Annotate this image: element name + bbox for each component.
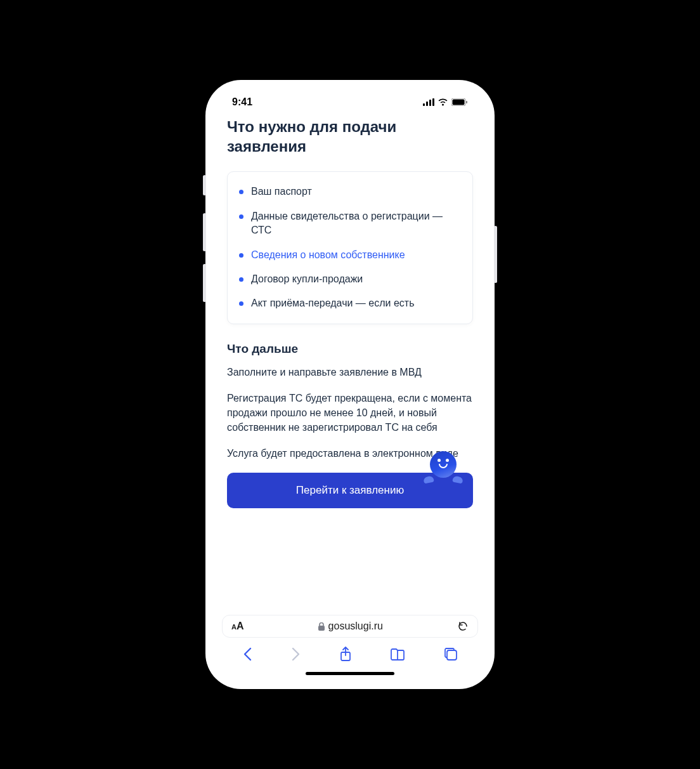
- svg-rect-2: [429, 100, 431, 106]
- requirement-item: Акт приёма-передачи — если есть: [239, 296, 461, 310]
- bullet-icon: [239, 253, 243, 258]
- requirement-item: Данные свидетельства о регистрации — СТС: [239, 209, 461, 238]
- svg-rect-3: [432, 98, 434, 106]
- lock-icon: [318, 622, 325, 631]
- browser-toolbar: [214, 643, 486, 668]
- requirement-item: Ваш паспорт: [239, 185, 461, 199]
- share-button[interactable]: [339, 647, 352, 662]
- requirement-text: Ваш паспорт: [251, 185, 312, 199]
- svg-rect-9: [447, 650, 457, 660]
- bullet-icon: [239, 301, 243, 306]
- back-button[interactable]: [242, 647, 252, 661]
- tabs-button[interactable]: [444, 647, 458, 661]
- requirement-link[interactable]: Сведения о новом собственнике: [251, 248, 405, 262]
- requirement-item: Договор купли-продажи: [239, 272, 461, 286]
- svg-rect-0: [423, 103, 425, 106]
- url-bar[interactable]: AA gosuslugi.ru: [222, 615, 478, 638]
- home-indicator[interactable]: [306, 672, 394, 675]
- phone-frame: 9:41 Что нужно для подачи заявления Ваш …: [205, 80, 495, 689]
- bullet-icon: [239, 277, 243, 282]
- svg-rect-5: [453, 100, 465, 105]
- forward-button[interactable]: [291, 647, 301, 661]
- notch: [299, 89, 401, 108]
- requirement-text: Акт приёма-передачи — если есть: [251, 296, 414, 310]
- screen: 9:41 Что нужно для подачи заявления Ваш …: [214, 89, 486, 680]
- requirement-text: Договор купли-продажи: [251, 272, 363, 286]
- page-title: Что нужно для подачи заявления: [227, 117, 473, 156]
- battery-icon: [451, 98, 468, 106]
- requirement-text: Данные свидетельства о регистрации — СТС: [251, 209, 461, 238]
- svg-rect-7: [318, 626, 325, 631]
- cta-container: Перейти к заявлению: [227, 473, 473, 508]
- status-time: 9:41: [232, 96, 252, 108]
- requirements-card: Ваш паспорт Данные свидетельства о регис…: [227, 171, 473, 324]
- requirement-item[interactable]: Сведения о новом собственнике: [239, 248, 461, 262]
- volume-down-button: [203, 264, 206, 302]
- volume-up-button: [203, 213, 206, 251]
- paragraph: Регистрация ТС будет прекращена, если с …: [227, 391, 473, 435]
- side-button: [203, 175, 206, 195]
- bullet-icon: [239, 214, 243, 219]
- status-icons: [423, 98, 468, 106]
- svg-rect-6: [466, 101, 467, 103]
- power-button: [494, 226, 497, 283]
- chatbot-icon[interactable]: [425, 451, 462, 487]
- bookmarks-button[interactable]: [390, 648, 405, 661]
- paragraph: Заполните и направьте заявление в МВД: [227, 365, 473, 379]
- content-area[interactable]: Что нужно для подачи заявления Ваш паспо…: [214, 110, 486, 610]
- next-heading: Что дальше: [227, 342, 473, 356]
- wifi-icon: [438, 98, 448, 106]
- url-text: gosuslugi.ru: [328, 621, 383, 632]
- url-display[interactable]: gosuslugi.ru: [318, 621, 383, 632]
- bullet-icon: [239, 190, 243, 194]
- reload-icon[interactable]: [457, 621, 469, 632]
- svg-rect-1: [426, 102, 428, 106]
- signal-icon: [423, 98, 434, 106]
- font-scale-button[interactable]: AA: [231, 621, 244, 632]
